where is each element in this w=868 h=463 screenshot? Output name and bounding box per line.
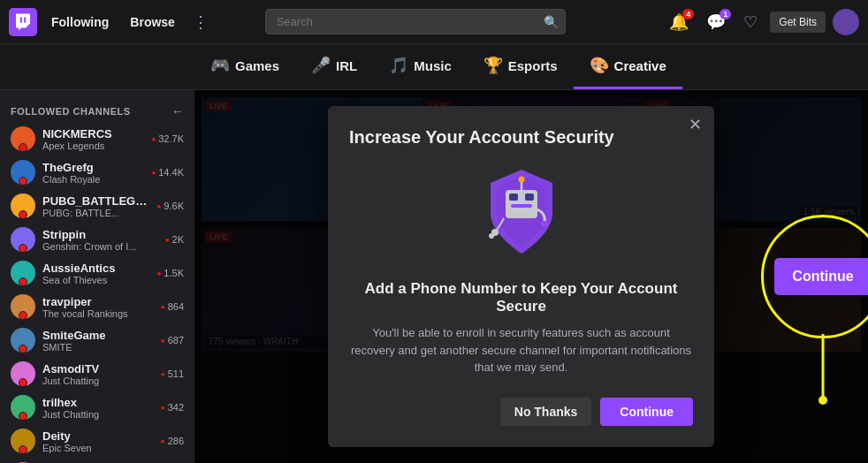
channel-game: The vocal Rankings xyxy=(42,308,154,319)
mascot-svg xyxy=(468,165,575,262)
creative-label: Creative xyxy=(614,58,666,73)
music-icon: 🎵 xyxy=(389,56,408,75)
viewer-count: ●511 xyxy=(161,368,184,379)
viewer-count: ●9.6K xyxy=(157,201,184,211)
no-thanks-button[interactable]: No Thanks xyxy=(500,398,592,426)
callout-stem xyxy=(822,334,825,398)
svg-rect-6 xyxy=(511,204,532,208)
callout-circle: Continue xyxy=(761,215,868,338)
esports-label: Esports xyxy=(508,58,558,73)
modal-wrapper: ✕ Increase Your Account Security xyxy=(328,106,735,447)
svg-rect-1 xyxy=(20,17,22,22)
top-nav: Following Browse ⋮ 🔍 🔔 4 💬 1 ♡ Get Bits xyxy=(0,0,868,44)
whispers-button[interactable]: 💬 1 xyxy=(701,9,731,35)
channel-name: travpiper xyxy=(42,295,154,308)
list-item[interactable]: travpiper The vocal Rankings ●864 xyxy=(0,290,194,323)
sidebar-collapse-button[interactable]: ← xyxy=(171,104,184,118)
avatar xyxy=(11,261,35,285)
list-item[interactable]: AsmodiTV Just Chatting ●511 xyxy=(0,357,194,391)
irl-icon: 🎤 xyxy=(311,56,331,75)
nav-right-icons: 🔔 4 💬 1 ♡ Get Bits xyxy=(664,9,859,35)
channel-game: Just Chatting xyxy=(42,409,154,420)
games-icon: 🎮 xyxy=(210,56,230,75)
category-creative[interactable]: 🎨 Creative xyxy=(574,44,682,89)
list-item[interactable]: AussieAntics Sea of Thieves ●1.5K xyxy=(0,256,194,290)
following-nav-link[interactable]: Following xyxy=(44,11,116,33)
viewer-count: ●864 xyxy=(161,301,184,312)
viewer-count: ●286 xyxy=(161,436,184,446)
browse-nav-link[interactable]: Browse xyxy=(123,11,182,33)
channel-name: TheGrefg xyxy=(42,161,144,174)
avatar xyxy=(11,328,35,353)
sidebar-title: FOLLOWED CHANNELS xyxy=(11,106,131,117)
svg-point-10 xyxy=(489,233,494,239)
viewer-count: ●1.5K xyxy=(157,268,184,278)
channel-game: SMITE xyxy=(42,342,154,353)
channel-game: Clash Royale xyxy=(42,174,144,185)
channel-game: Apex Legends xyxy=(42,140,144,151)
modal-close-button[interactable]: ✕ xyxy=(689,117,702,133)
svg-point-8 xyxy=(518,177,524,183)
music-label: Music xyxy=(414,58,452,73)
modal-heading: Add a Phone Number to Keep Your Account … xyxy=(349,280,693,315)
continue-button[interactable]: Continue xyxy=(600,398,693,426)
sidebar: FOLLOWED CHANNELS ← NICKMERCS Apex Legen… xyxy=(0,90,194,463)
channel-game: Just Chatting xyxy=(42,376,154,386)
search-input[interactable] xyxy=(265,9,566,34)
channel-game: PUBG: BATTLE... xyxy=(42,208,150,218)
svg-rect-2 xyxy=(24,17,26,22)
avatar xyxy=(11,126,35,151)
sidebar-header: FOLLOWED CHANNELS ← xyxy=(0,97,194,122)
list-item[interactable]: SmiteGame SMITE ●687 xyxy=(0,323,194,357)
svg-rect-5 xyxy=(525,194,534,201)
callout-stem-dot xyxy=(819,396,827,405)
viewer-count: ●14.4K xyxy=(151,167,184,178)
esports-icon: 🏆 xyxy=(483,56,503,75)
category-irl[interactable]: 🎤 IRL xyxy=(295,44,373,89)
search-icon: 🔍 xyxy=(544,15,559,29)
games-label: Games xyxy=(235,58,279,73)
category-music[interactable]: 🎵 Music xyxy=(373,44,468,89)
list-item[interactable]: trilhex Just Chatting ●342 xyxy=(0,391,194,424)
avatar xyxy=(11,395,35,420)
list-item[interactable]: NICKMERCS Apex Legends ●32.7K xyxy=(0,122,194,156)
notifications-badge: 4 xyxy=(682,9,694,19)
list-item[interactable]: Naysy Teamfighters ●144 xyxy=(0,458,194,463)
svg-rect-4 xyxy=(509,194,518,201)
svg-rect-11 xyxy=(541,221,548,226)
channel-name: trilhex xyxy=(42,396,154,409)
irl-label: IRL xyxy=(336,58,357,73)
modal-body-text: You'll be able to enroll in security fea… xyxy=(349,324,693,376)
notifications-button[interactable]: 🔔 4 xyxy=(664,9,694,35)
whispers-badge: 1 xyxy=(720,9,731,19)
channel-name: AussieAntics xyxy=(42,262,150,275)
channel-name: SmiteGame xyxy=(42,329,154,342)
content-area: LIVE 112K viewers LIVE Grins for the l3x… xyxy=(194,90,868,463)
channel-game: Genshin: Crown of I... xyxy=(42,241,158,252)
modal-overlay: ✕ Increase Your Account Security xyxy=(194,90,868,463)
modal-footer: No Thanks Continue xyxy=(349,398,693,426)
twitch-logo[interactable] xyxy=(9,8,37,36)
list-item[interactable]: Strippin Genshin: Crown of I... ●2K xyxy=(0,223,194,256)
list-item[interactable]: TheGrefg Clash Royale ●14.4K xyxy=(0,156,194,189)
category-esports[interactable]: 🏆 Esports xyxy=(468,44,574,89)
security-modal: ✕ Increase Your Account Security xyxy=(328,106,714,447)
avatar xyxy=(11,361,35,386)
category-nav: 🎮 Games 🎤 IRL 🎵 Music 🏆 Esports 🎨 Creati… xyxy=(0,44,868,90)
heart-button[interactable]: ♡ xyxy=(738,9,763,35)
get-bits-button[interactable]: Get Bits xyxy=(770,11,826,33)
creative-icon: 🎨 xyxy=(590,56,609,75)
channel-name: Strippin xyxy=(42,228,158,241)
list-item[interactable]: Deity Epic Seven ●286 xyxy=(0,424,194,458)
category-games[interactable]: 🎮 Games xyxy=(194,44,295,89)
avatar[interactable] xyxy=(833,9,859,35)
modal-title: Increase Your Account Security xyxy=(349,127,693,148)
viewer-count: ●687 xyxy=(161,335,184,345)
search-bar-container: 🔍 xyxy=(265,9,566,34)
channel-game: Sea of Thieves xyxy=(42,275,150,285)
list-item[interactable]: PUBG_BATTLEGR... PUBG: BATTLE... ●9.6K xyxy=(0,189,194,223)
viewer-count: ●32.7K xyxy=(151,133,184,144)
more-nav-button[interactable]: ⋮ xyxy=(189,9,212,35)
callout-continue-label: Continue xyxy=(774,258,868,295)
avatar xyxy=(11,294,35,319)
